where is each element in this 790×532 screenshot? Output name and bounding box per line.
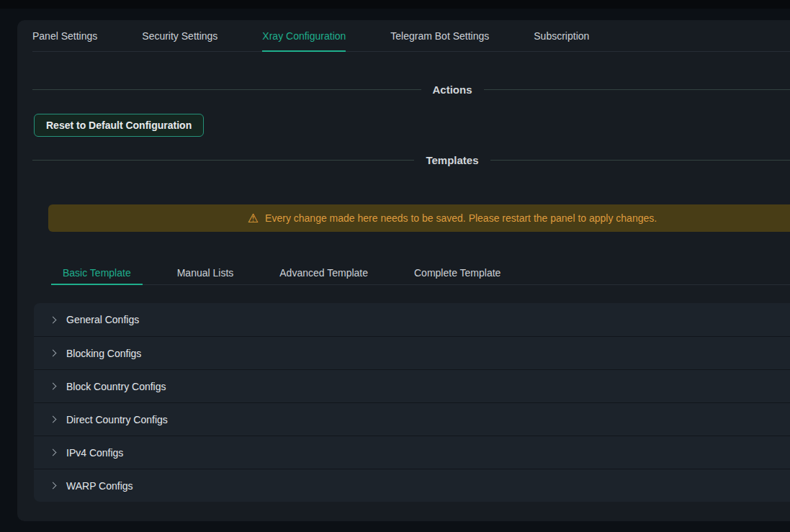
chevron-right-icon [50, 416, 57, 423]
warning-banner: ⚠ Every change made here needs to be sav… [48, 204, 790, 232]
reset-default-configuration-button[interactable]: Reset to Default Configuration [34, 114, 204, 137]
warning-triangle-icon: ⚠ [248, 212, 259, 225]
accordion-row-label: Block Country Configs [66, 381, 166, 392]
template-tab-bar: Basic Template Manual Lists Advanced Tem… [51, 261, 790, 285]
chevron-right-icon [50, 350, 57, 357]
accordion-direct-country-configs[interactable]: Direct Country Configs [34, 402, 790, 436]
chevron-right-icon [50, 482, 57, 490]
chevron-right-icon [50, 449, 57, 456]
chevron-right-icon [50, 316, 57, 323]
divider-line [490, 160, 790, 161]
tab-telegram-bot-settings[interactable]: Telegram Bot Settings [390, 20, 489, 51]
accordion-ipv4-configs[interactable]: IPv4 Configs [34, 436, 790, 469]
divider-line [32, 160, 414, 161]
accordion-general-configs[interactable]: General Configs [34, 303, 790, 336]
chevron-right-icon [50, 383, 57, 390]
accordion-row-label: Blocking Configs [66, 348, 141, 359]
divider-line [484, 89, 790, 90]
tab-panel-settings[interactable]: Panel Settings [32, 20, 97, 51]
template-accordion: General Configs Blocking Configs Block C… [34, 303, 790, 502]
templates-divider-label: Templates [426, 154, 478, 166]
warning-text: Every change made here needs to be saved… [265, 212, 657, 224]
accordion-row-label: WARP Configs [66, 480, 133, 492]
page-top-strip [0, 0, 790, 9]
accordion-row-label: General Configs [66, 314, 139, 325]
settings-card: Panel Settings Security Settings Xray Co… [17, 20, 790, 521]
actions-divider-label: Actions [433, 84, 472, 96]
tab-xray-configuration[interactable]: Xray Configuration [262, 20, 346, 51]
actions-divider: Actions [32, 82, 790, 96]
tab-security-settings[interactable]: Security Settings [142, 20, 217, 51]
tab-advanced-template[interactable]: Advanced Template [268, 261, 380, 284]
tab-manual-lists[interactable]: Manual Lists [166, 261, 246, 284]
accordion-blocking-configs[interactable]: Blocking Configs [34, 336, 790, 369]
accordion-row-label: IPv4 Configs [66, 447, 123, 459]
tab-subscription[interactable]: Subscription [534, 20, 589, 51]
tab-complete-template[interactable]: Complete Template [403, 261, 512, 284]
accordion-row-label: Direct Country Configs [66, 414, 168, 425]
accordion-warp-configs[interactable]: WARP Configs [34, 469, 790, 502]
accordion-block-country-configs[interactable]: Block Country Configs [34, 369, 790, 402]
main-tab-bar: Panel Settings Security Settings Xray Co… [32, 20, 790, 52]
tab-basic-template[interactable]: Basic Template [51, 261, 143, 284]
templates-divider: Templates [32, 153, 790, 167]
divider-line [32, 89, 421, 90]
